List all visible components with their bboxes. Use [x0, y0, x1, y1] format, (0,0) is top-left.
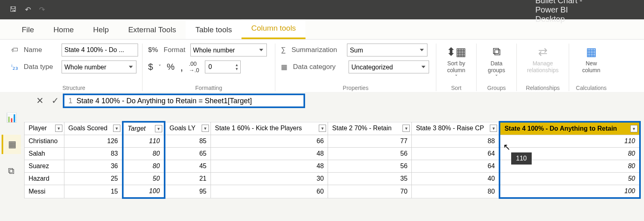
cell-s1[interactable]: 30 [211, 173, 328, 185]
cell-s2[interactable]: 56 [328, 160, 412, 173]
summarization-label: Summarization [291, 46, 344, 54]
table-row[interactable]: Hazard25502130354050 [25, 173, 640, 185]
cell-s1[interactable]: 48 [211, 148, 328, 160]
col-goals-scored[interactable]: Goals Scored▼ [64, 122, 123, 135]
menu-home[interactable]: Home [44, 21, 84, 39]
cell-goals[interactable]: 83 [64, 148, 123, 160]
menu-column-tools[interactable]: Column tools [242, 19, 305, 39]
table-row[interactable]: Salah83806548566480 [25, 148, 640, 160]
formula-bar[interactable]: 1 State 4 100% - Do Anything to Retain =… [63, 94, 305, 108]
table-row[interactable]: Suarez36804548566480 [25, 160, 640, 173]
cell-target[interactable]: 80 [123, 160, 165, 173]
col-state1[interactable]: State 1 60% - Kick the Players▼ [211, 122, 328, 135]
cell-ly[interactable]: 45 [165, 160, 211, 173]
cell-target[interactable]: 50 [123, 173, 165, 185]
col-state2[interactable]: State 2 70% - Retain▼ [328, 122, 412, 135]
menu-table-tools[interactable]: Table tools [186, 21, 242, 39]
cell-s2[interactable]: 77 [328, 135, 412, 148]
cell-tooltip: 110 [511, 152, 532, 165]
datatype-label: Data type [24, 63, 58, 71]
name-input[interactable] [62, 44, 138, 56]
stepper-arrows-icon[interactable]: ▲▼ [233, 63, 240, 71]
formula-commit-button[interactable]: ✓ [47, 94, 63, 108]
cell-s1[interactable]: 60 [211, 185, 328, 198]
filter-dropdown-icon[interactable]: ▼ [490, 125, 497, 132]
datatype-select[interactable]: Whole number [62, 60, 136, 73]
col-goals-ly[interactable]: Goals LY▼ [165, 122, 211, 135]
cell-s2[interactable]: 56 [328, 148, 412, 160]
data-view-button[interactable]: ▦ [2, 135, 21, 154]
titlebar: 🖫 ↶ ↷ Bullet Chart - Power BI Desktop [0, 0, 644, 19]
cell-player[interactable]: Christiano [25, 135, 64, 148]
cell-ly[interactable]: 65 [165, 148, 211, 160]
cell-s1[interactable]: 48 [211, 160, 328, 173]
group-formatting: $% Format Whole number $ ˅ % , .00→.0 ▲▼… [142, 44, 275, 91]
col-target[interactable]: Target▼ [123, 122, 165, 135]
cell-s3[interactable]: 80 [412, 185, 500, 198]
cell-ly[interactable]: 85 [165, 135, 211, 148]
menu-help[interactable]: Help [83, 21, 118, 39]
summarization-select[interactable]: Sum [347, 44, 427, 56]
col-state4[interactable]: State 4 100% - Do Anything to Retain▼ [500, 122, 640, 135]
sort-by-column-button[interactable]: ⬍▦ Sort bycolumn ˅ [442, 44, 471, 82]
cell-ly[interactable]: 95 [165, 185, 211, 198]
filter-dropdown-icon[interactable]: ▼ [630, 125, 638, 132]
formula-cancel-button[interactable]: ✕ [32, 94, 47, 108]
cell-player[interactable]: Hazard [25, 173, 64, 185]
group-sort-caption: Sort [442, 82, 471, 91]
cell-s3[interactable]: 64 [412, 160, 500, 173]
relationships-icon: ⇄ [538, 45, 547, 58]
cell-s2[interactable]: 70 [328, 185, 412, 198]
cell-s3[interactable]: 88 [412, 135, 500, 148]
cell-s3[interactable]: 40 [412, 173, 500, 185]
cell-player[interactable]: Messi [25, 185, 64, 198]
cell-s4[interactable]: 100 [500, 185, 640, 198]
cell-target[interactable]: 100 [123, 185, 165, 198]
cell-goals[interactable]: 126 [64, 135, 123, 148]
group-relationships-caption: Relationships [522, 82, 563, 91]
decimals-input[interactable] [205, 61, 233, 73]
cell-player[interactable]: Suarez [25, 160, 64, 173]
menu-external-tools[interactable]: External Tools [118, 21, 186, 39]
undo-icon[interactable]: ↶ [25, 5, 31, 14]
filter-dropdown-icon[interactable]: ▼ [113, 125, 120, 132]
format-select[interactable]: Whole number [190, 44, 267, 56]
menu-file[interactable]: File [12, 21, 44, 39]
cell-s1[interactable]: 66 [211, 135, 328, 148]
currency-button[interactable]: $ [148, 62, 153, 72]
cell-s3[interactable]: 64 [412, 148, 500, 160]
filter-dropdown-icon[interactable]: ▼ [55, 125, 62, 132]
filter-dropdown-icon[interactable]: ▼ [202, 125, 209, 132]
thousand-sep-button[interactable]: , [180, 61, 183, 73]
filter-dropdown-icon[interactable]: ▼ [155, 125, 162, 132]
cell-s2[interactable]: 35 [328, 173, 412, 185]
col-state3[interactable]: State 3 80% - Raise CP▼ [412, 122, 500, 135]
table-row[interactable]: Christiano12611085667788110 [25, 135, 640, 148]
cell-s4[interactable]: 50 [500, 173, 640, 185]
cell-goals[interactable]: 15 [64, 185, 123, 198]
cell-goals[interactable]: 25 [64, 173, 123, 185]
save-icon[interactable]: 🖫 [10, 5, 17, 14]
cell-target[interactable]: 110 [123, 135, 165, 148]
cell-target[interactable]: 80 [123, 148, 165, 160]
filter-dropdown-icon[interactable]: ▼ [319, 125, 326, 132]
model-view-button[interactable]: ⧉ [2, 161, 21, 181]
table-row[interactable]: Messi1510095607080100 [25, 185, 640, 198]
currency-dropdown-icon[interactable]: ˅ [159, 64, 161, 70]
col-player[interactable]: Player▼ [25, 122, 64, 135]
percent-button[interactable]: % [167, 62, 175, 72]
data-groups-button[interactable]: ⧉ Datagroups ˅ [482, 44, 511, 82]
cell-ly[interactable]: 21 [165, 173, 211, 185]
cell-player[interactable]: Salah [25, 148, 64, 160]
cell-goals[interactable]: 36 [64, 160, 123, 173]
filter-dropdown-icon[interactable]: ▼ [402, 125, 410, 132]
group-properties: ∑ Summarization Sum ▦ Data category Unca… [275, 44, 436, 91]
cell-s4[interactable]: 110 [500, 135, 640, 148]
new-column-label: Newcolumn [582, 60, 600, 74]
redo-icon[interactable]: ↷ [39, 5, 45, 14]
new-column-button[interactable]: ▦ Newcolumn [575, 44, 608, 75]
report-view-button[interactable]: 📊 [2, 108, 21, 127]
decimals-stepper[interactable]: ▲▼ [205, 60, 241, 73]
datacategory-select[interactable]: Uncategorized [349, 60, 429, 73]
decimals-icon[interactable]: .00→.0 [189, 60, 199, 73]
